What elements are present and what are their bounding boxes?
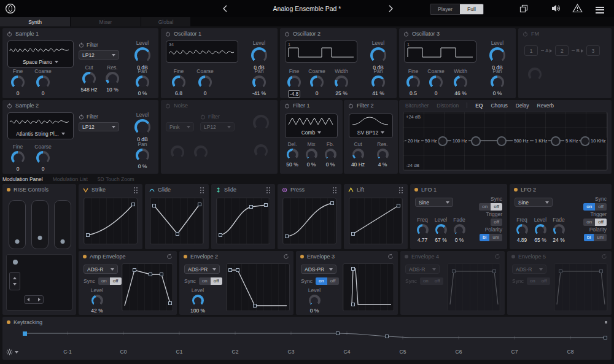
coarse-knob[interactable]: Coarse 0 bbox=[32, 69, 54, 96]
knob-dial[interactable] bbox=[194, 145, 208, 159]
coarse-knob[interactable]: Coarse 0 bbox=[32, 144, 54, 172]
lfo-fade-knob[interactable]: Fade 24 % bbox=[550, 217, 567, 243]
power-icon[interactable] bbox=[403, 31, 409, 37]
fm-slot-3[interactable]: 3 bbox=[586, 45, 600, 56]
fine-knob[interactable]: Fine 0 bbox=[9, 144, 27, 172]
env-2-sync-toggle[interactable]: onoff bbox=[199, 277, 222, 285]
module-enable-dot[interactable] bbox=[300, 255, 304, 258]
module-enable-dot[interactable] bbox=[514, 188, 518, 192]
fm-slot-2[interactable]: 2 bbox=[555, 45, 569, 56]
lfo-freq-knob[interactable]: Freq 4.77 bbox=[414, 217, 431, 243]
cutoff-knob[interactable]: Cut 548 Hz bbox=[79, 65, 99, 93]
press-curve-editor[interactable] bbox=[282, 198, 336, 244]
resonance-knob[interactable]: Res. 4 % bbox=[372, 142, 393, 168]
tab-synth[interactable]: Synth bbox=[0, 17, 70, 26]
module-enable-dot[interactable] bbox=[405, 255, 408, 258]
knob-dial[interactable] bbox=[82, 72, 96, 85]
tab-modulation-list[interactable]: Modulation List bbox=[53, 176, 88, 182]
amp-env-sync-toggle[interactable]: onoff bbox=[98, 277, 122, 285]
drag-grid-icon[interactable] bbox=[266, 187, 271, 193]
noise-pan-knob[interactable] bbox=[252, 144, 270, 158]
slider-handle[interactable] bbox=[15, 239, 20, 244]
keytracking-node[interactable] bbox=[386, 335, 389, 338]
windows-icon[interactable] bbox=[519, 4, 528, 13]
knob-dial[interactable] bbox=[417, 224, 429, 236]
level-knob[interactable]: Level 0 dB bbox=[365, 41, 392, 71]
env-4-editor[interactable] bbox=[447, 263, 501, 311]
power-icon[interactable] bbox=[284, 31, 290, 37]
sample-2-preset-select[interactable]: Atlantis String Pl... bbox=[8, 129, 73, 139]
eq-band-knob[interactable] bbox=[497, 136, 507, 146]
lfo-fade-knob[interactable]: Fade 0 % bbox=[451, 217, 468, 243]
knob-dial[interactable] bbox=[553, 224, 565, 236]
step-down-icon[interactable] bbox=[13, 283, 17, 285]
power-icon[interactable] bbox=[79, 114, 84, 120]
lfo-1-trigger-toggle[interactable]: off bbox=[491, 219, 502, 226]
env-5-mode-select[interactable]: ADS-R bbox=[512, 265, 546, 274]
warning-icon[interactable] bbox=[572, 4, 583, 13]
env-3-sync-toggle[interactable]: onoff bbox=[316, 277, 339, 285]
coarse-knob[interactable]: Coarse 0 bbox=[194, 69, 216, 96]
rise-slider-3[interactable] bbox=[54, 200, 71, 249]
osc-2-wave-select[interactable]: 1 bbox=[285, 41, 357, 63]
strike-curve-editor[interactable] bbox=[84, 198, 138, 244]
delay-knob[interactable]: Del. 50 % bbox=[283, 142, 301, 168]
env-5-sync-toggle[interactable]: onoff bbox=[527, 277, 550, 285]
knob-dial[interactable] bbox=[406, 76, 420, 89]
power-icon[interactable] bbox=[200, 114, 206, 120]
knob-dial[interactable] bbox=[429, 76, 443, 89]
eq-band-knob[interactable] bbox=[471, 136, 481, 146]
tab-5d-touch-zoom[interactable]: 5D Touch Zoom bbox=[98, 176, 134, 182]
keytracking-settings[interactable] bbox=[6, 349, 18, 355]
keytracking-node[interactable] bbox=[604, 336, 607, 339]
lfo-2-polarity-toggle[interactable]: biuni bbox=[584, 234, 607, 241]
env-3-editor[interactable] bbox=[343, 263, 394, 311]
knob-dial[interactable] bbox=[252, 76, 266, 89]
fx-tab-chorus[interactable]: Chorus bbox=[491, 103, 507, 109]
osc-3-wave-select[interactable]: 1 bbox=[404, 41, 476, 63]
knob-dial[interactable] bbox=[198, 76, 212, 89]
lfo-freq-knob[interactable]: Freq 4.89 bbox=[513, 217, 530, 243]
amp-env-level-knob[interactable]: Level 42 % bbox=[85, 288, 109, 314]
module-enable-dot[interactable] bbox=[414, 188, 418, 192]
knob-dial[interactable] bbox=[11, 151, 25, 165]
sample-1-filter-type-select[interactable]: LP12 bbox=[79, 50, 119, 60]
eq-band-knob[interactable] bbox=[551, 136, 561, 146]
knob-dial[interactable] bbox=[309, 295, 321, 306]
keytracking-node[interactable] bbox=[23, 331, 27, 336]
knob-dial[interactable] bbox=[134, 119, 150, 135]
lfo-2-trigger-toggle[interactable]: onoff bbox=[583, 219, 607, 226]
pan-knob[interactable]: Pan -41 % bbox=[246, 69, 273, 96]
knob-dial[interactable] bbox=[136, 149, 149, 162]
coarse-knob[interactable]: Coarse 0 bbox=[425, 69, 447, 96]
eq-band-knob[interactable] bbox=[438, 136, 448, 146]
knob-dial[interactable] bbox=[370, 47, 386, 63]
knob-dial[interactable] bbox=[134, 47, 150, 63]
knob-dial[interactable] bbox=[528, 68, 542, 81]
power-icon[interactable] bbox=[165, 103, 171, 109]
module-enable-dot[interactable] bbox=[83, 255, 87, 258]
sample-2-filter-type-select[interactable]: LP12 bbox=[79, 122, 119, 131]
fx-tab-eq[interactable]: EQ bbox=[475, 103, 483, 109]
drag-grid-icon[interactable] bbox=[200, 187, 204, 193]
mode-full[interactable]: Full bbox=[460, 4, 483, 14]
drag-grid-icon[interactable] bbox=[332, 187, 337, 193]
knob-dial[interactable] bbox=[454, 224, 465, 236]
gear-icon[interactable] bbox=[6, 349, 13, 355]
lfo-1-polarity-toggle[interactable]: biuni bbox=[480, 234, 502, 241]
module-enable-dot[interactable] bbox=[184, 255, 187, 258]
env-2-level-knob[interactable]: Level 100 % bbox=[185, 288, 210, 314]
tab-modulation-panel[interactable]: Modulation Panel bbox=[2, 176, 43, 182]
knob-dial[interactable] bbox=[306, 149, 317, 160]
fine-knob[interactable]: Fine 0.5 bbox=[404, 69, 422, 96]
sample-1-wave-display[interactable]: Space Piano bbox=[7, 41, 74, 68]
noise-level-knob[interactable] bbox=[251, 115, 271, 131]
step-up-icon[interactable] bbox=[13, 277, 17, 279]
keytracking-curve[interactable] bbox=[6, 328, 608, 346]
fine-knob[interactable]: Fine -4.8 bbox=[285, 69, 303, 98]
collapse-icon[interactable] bbox=[605, 321, 607, 323]
fine-knob[interactable]: Fine 0 bbox=[9, 69, 27, 96]
filter-1-type-select[interactable]: Comb bbox=[286, 128, 337, 137]
filter-1-type-box[interactable]: Comb bbox=[285, 114, 338, 138]
rise-slider-2[interactable] bbox=[31, 200, 49, 249]
